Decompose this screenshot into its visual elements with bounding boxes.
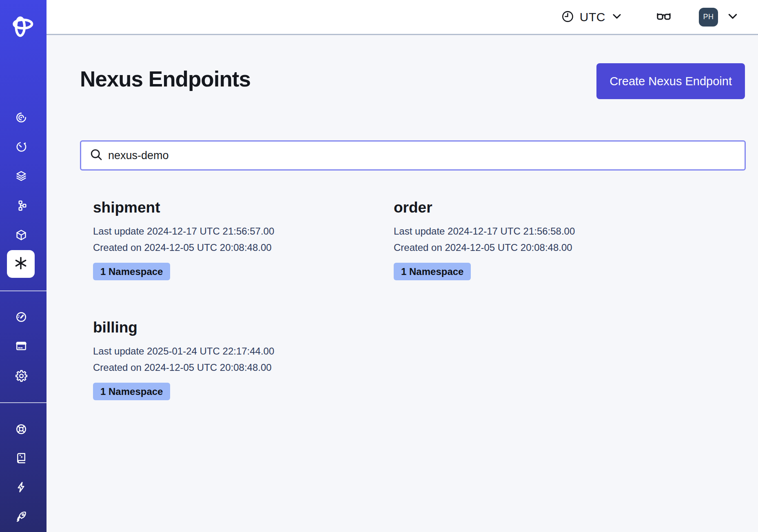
hierarchy-icon — [15, 200, 27, 212]
endpoint-created: Created on 2024-12-05 UTC 20:08:48.00 — [93, 359, 379, 376]
sidebar-item-deployments[interactable] — [12, 196, 31, 215]
timezone-selector[interactable]: UTC — [561, 10, 623, 24]
lightning-icon — [15, 481, 27, 493]
endpoint-name[interactable]: order — [394, 199, 679, 217]
endpoint-card[interactable]: billing Last update 2025-01-24 UTC 22:17… — [93, 319, 379, 400]
account-menu[interactable]: PH — [699, 8, 739, 27]
endpoint-name[interactable]: shipment — [93, 199, 379, 217]
topbar: UTC PH — [47, 0, 758, 35]
endpoint-created: Created on 2024-12-05 UTC 20:08:48.00 — [394, 239, 679, 256]
chevron-down-icon — [611, 10, 623, 24]
endpoint-card[interactable]: order Last update 2024-12-17 UTC 21:56:5… — [394, 199, 679, 280]
namespace-badge: 1 Namespace — [93, 383, 170, 400]
book-sparkle-icon — [15, 452, 27, 464]
sidebar-item-getting-started[interactable] — [12, 507, 31, 526]
sidebar-item-namespaces[interactable] — [12, 166, 31, 185]
sidebar — [0, 0, 47, 532]
sidebar-item-whats-new[interactable] — [12, 478, 31, 497]
search-bar — [80, 140, 746, 171]
endpoint-last-update: Last update 2025-01-24 UTC 22:17:44.00 — [93, 343, 379, 359]
sidebar-item-schedules[interactable] — [12, 137, 31, 156]
sidebar-item-usage[interactable] — [12, 308, 31, 326]
clock-icon — [561, 10, 574, 24]
timezone-label: UTC — [580, 10, 605, 24]
sidebar-item-support[interactable] — [12, 420, 31, 439]
sidebar-item-nexus[interactable] — [7, 250, 35, 278]
temporal-logo-icon[interactable] — [9, 14, 34, 40]
chevron-down-icon — [726, 10, 739, 24]
endpoint-name[interactable]: billing — [93, 319, 379, 337]
layers-icon — [15, 170, 27, 182]
namespace-badge: 1 Namespace — [93, 263, 170, 280]
billing-card-icon — [15, 340, 27, 352]
sidebar-item-billing[interactable] — [12, 337, 31, 355]
gear-icon — [15, 370, 28, 382]
timer-icon — [15, 141, 27, 153]
sidebar-item-docs[interactable] — [12, 449, 31, 468]
sidebar-divider — [0, 290, 47, 291]
spiral-icon — [15, 111, 27, 124]
endpoint-created: Created on 2024-12-05 UTC 20:08:48.00 — [93, 239, 379, 256]
sidebar-item-settings[interactable] — [12, 366, 31, 385]
cube-icon — [15, 229, 27, 241]
glasses-icon — [655, 8, 673, 26]
sidebar-divider — [0, 402, 47, 403]
endpoint-card[interactable]: shipment Last update 2024-12-17 UTC 21:5… — [93, 199, 379, 280]
sidebar-item-workflows[interactable] — [12, 108, 31, 127]
page-title: Nexus Endpoints — [80, 66, 250, 91]
gauge-icon — [15, 311, 27, 323]
namespace-badge: 1 Namespace — [394, 263, 471, 280]
endpoint-last-update: Last update 2024-12-17 UTC 21:56:58.00 — [394, 223, 679, 239]
sidebar-item-services[interactable] — [12, 226, 31, 244]
asterisk-nexus-icon — [13, 255, 29, 273]
labs-toggle[interactable] — [655, 8, 673, 26]
rocket-icon — [15, 510, 27, 523]
lifebuoy-icon — [15, 423, 27, 435]
endpoint-last-update: Last update 2024-12-17 UTC 21:56:57.00 — [93, 223, 379, 239]
main-content: Nexus Endpoints Create Nexus Endpoint sh… — [47, 36, 758, 532]
search-input[interactable] — [80, 140, 746, 171]
avatar: PH — [699, 8, 718, 27]
create-nexus-endpoint-button[interactable]: Create Nexus Endpoint — [596, 63, 745, 99]
